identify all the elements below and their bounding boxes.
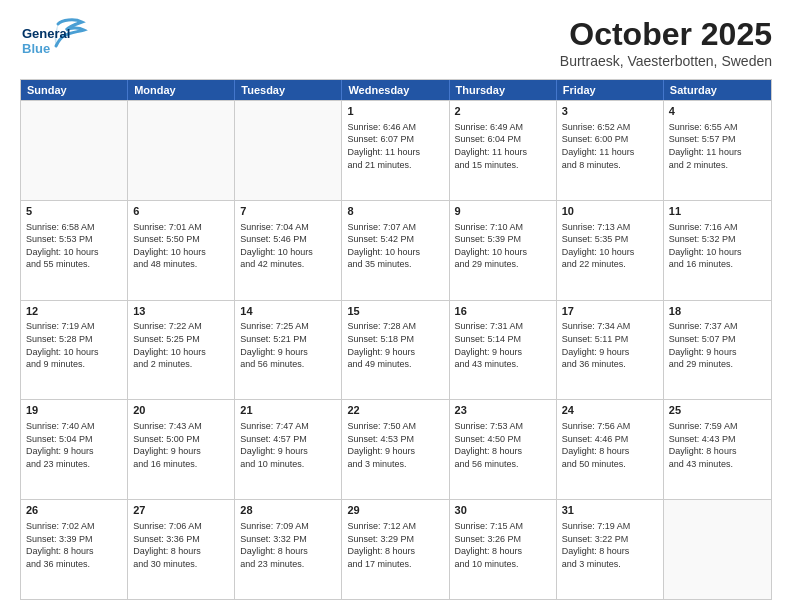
calendar-cell: 10Sunrise: 7:13 AMSunset: 5:35 PMDayligh… (557, 201, 664, 300)
cell-line: Daylight: 8 hours (240, 545, 336, 558)
cell-line: Sunrise: 7:43 AM (133, 420, 229, 433)
calendar-cell: 4Sunrise: 6:55 AMSunset: 5:57 PMDaylight… (664, 101, 771, 200)
cell-line: Sunrise: 7:19 AM (562, 520, 658, 533)
cell-line: Sunset: 5:28 PM (26, 333, 122, 346)
calendar-cell (664, 500, 771, 599)
day-number: 1 (347, 104, 443, 119)
calendar-cell: 6Sunrise: 7:01 AMSunset: 5:50 PMDaylight… (128, 201, 235, 300)
calendar-cell (21, 101, 128, 200)
cell-line: Sunrise: 7:56 AM (562, 420, 658, 433)
calendar: Sunday Monday Tuesday Wednesday Thursday… (20, 79, 772, 600)
cell-line: and 36 minutes. (562, 358, 658, 371)
cell-line: Daylight: 9 hours (240, 346, 336, 359)
cell-line: Sunset: 5:18 PM (347, 333, 443, 346)
calendar-cell: 30Sunrise: 7:15 AMSunset: 3:26 PMDayligh… (450, 500, 557, 599)
header-thursday: Thursday (450, 80, 557, 100)
cell-line: and 30 minutes. (133, 558, 229, 571)
cell-line: Sunrise: 7:06 AM (133, 520, 229, 533)
cell-line: Daylight: 10 hours (347, 246, 443, 259)
day-number: 21 (240, 403, 336, 418)
calendar-cell: 17Sunrise: 7:34 AMSunset: 5:11 PMDayligh… (557, 301, 664, 400)
calendar-cell: 12Sunrise: 7:19 AMSunset: 5:28 PMDayligh… (21, 301, 128, 400)
cell-line: Daylight: 10 hours (562, 246, 658, 259)
calendar-cell: 13Sunrise: 7:22 AMSunset: 5:25 PMDayligh… (128, 301, 235, 400)
cell-line: and 3 minutes. (562, 558, 658, 571)
cell-line: and 16 minutes. (669, 258, 766, 271)
day-number: 9 (455, 204, 551, 219)
day-number: 28 (240, 503, 336, 518)
day-number: 10 (562, 204, 658, 219)
cell-line: Sunset: 3:36 PM (133, 533, 229, 546)
cell-line: Sunrise: 7:50 AM (347, 420, 443, 433)
logo-svg: General Blue (20, 16, 88, 60)
cell-line: Sunrise: 7:07 AM (347, 221, 443, 234)
header-monday: Monday (128, 80, 235, 100)
calendar-cell: 1Sunrise: 6:46 AMSunset: 6:07 PMDaylight… (342, 101, 449, 200)
day-number: 11 (669, 204, 766, 219)
cell-line: and 56 minutes. (240, 358, 336, 371)
cell-line: Daylight: 8 hours (133, 545, 229, 558)
cell-line: and 36 minutes. (26, 558, 122, 571)
cell-line: Sunset: 4:57 PM (240, 433, 336, 446)
cell-line: Daylight: 9 hours (240, 445, 336, 458)
calendar-row-2: 12Sunrise: 7:19 AMSunset: 5:28 PMDayligh… (21, 300, 771, 400)
day-number: 8 (347, 204, 443, 219)
cell-line: and 10 minutes. (240, 458, 336, 471)
cell-line: Sunrise: 7:28 AM (347, 320, 443, 333)
cell-line: and 16 minutes. (133, 458, 229, 471)
cell-line: and 22 minutes. (562, 258, 658, 271)
day-number: 18 (669, 304, 766, 319)
cell-line: Sunset: 4:53 PM (347, 433, 443, 446)
cell-line: Sunset: 5:07 PM (669, 333, 766, 346)
cell-line: Sunrise: 6:52 AM (562, 121, 658, 134)
cell-line: Daylight: 11 hours (669, 146, 766, 159)
cell-line: Daylight: 11 hours (347, 146, 443, 159)
cell-line: Sunset: 5:11 PM (562, 333, 658, 346)
day-number: 30 (455, 503, 551, 518)
cell-line: Daylight: 10 hours (133, 246, 229, 259)
calendar-row-3: 19Sunrise: 7:40 AMSunset: 5:04 PMDayligh… (21, 399, 771, 499)
cell-line: Daylight: 8 hours (455, 445, 551, 458)
cell-line: Sunrise: 7:22 AM (133, 320, 229, 333)
day-number: 26 (26, 503, 122, 518)
cell-line: Sunrise: 7:13 AM (562, 221, 658, 234)
cell-line: Sunset: 4:46 PM (562, 433, 658, 446)
calendar-cell: 11Sunrise: 7:16 AMSunset: 5:32 PMDayligh… (664, 201, 771, 300)
cell-line: Sunrise: 7:25 AM (240, 320, 336, 333)
cell-line: and 21 minutes. (347, 159, 443, 172)
cell-line: Sunrise: 7:12 AM (347, 520, 443, 533)
cell-line: Sunset: 5:14 PM (455, 333, 551, 346)
cell-line: Sunset: 5:35 PM (562, 233, 658, 246)
day-number: 2 (455, 104, 551, 119)
cell-line: Sunset: 5:39 PM (455, 233, 551, 246)
cell-line: and 29 minutes. (669, 358, 766, 371)
cell-line: Daylight: 10 hours (240, 246, 336, 259)
cell-line: Daylight: 8 hours (562, 545, 658, 558)
cell-line: Sunset: 3:29 PM (347, 533, 443, 546)
header-wednesday: Wednesday (342, 80, 449, 100)
cell-line: Sunrise: 7:59 AM (669, 420, 766, 433)
cell-line: and 17 minutes. (347, 558, 443, 571)
cell-line: Daylight: 9 hours (347, 346, 443, 359)
day-number: 14 (240, 304, 336, 319)
cell-line: Sunrise: 6:46 AM (347, 121, 443, 134)
day-number: 31 (562, 503, 658, 518)
cell-line: Daylight: 10 hours (26, 346, 122, 359)
cell-line: and 10 minutes. (455, 558, 551, 571)
day-number: 19 (26, 403, 122, 418)
cell-line: Daylight: 9 hours (669, 346, 766, 359)
calendar-cell: 19Sunrise: 7:40 AMSunset: 5:04 PMDayligh… (21, 400, 128, 499)
calendar-cell: 15Sunrise: 7:28 AMSunset: 5:18 PMDayligh… (342, 301, 449, 400)
calendar-cell: 28Sunrise: 7:09 AMSunset: 3:32 PMDayligh… (235, 500, 342, 599)
day-number: 24 (562, 403, 658, 418)
calendar-cell: 8Sunrise: 7:07 AMSunset: 5:42 PMDaylight… (342, 201, 449, 300)
calendar-row-1: 5Sunrise: 6:58 AMSunset: 5:53 PMDaylight… (21, 200, 771, 300)
cell-line: Sunset: 5:21 PM (240, 333, 336, 346)
cell-line: Sunrise: 6:58 AM (26, 221, 122, 234)
calendar-cell: 16Sunrise: 7:31 AMSunset: 5:14 PMDayligh… (450, 301, 557, 400)
cell-line: and 49 minutes. (347, 358, 443, 371)
cell-line: Daylight: 11 hours (562, 146, 658, 159)
cell-line: and 2 minutes. (133, 358, 229, 371)
cell-line: Daylight: 9 hours (455, 346, 551, 359)
cell-line: Sunset: 6:04 PM (455, 133, 551, 146)
